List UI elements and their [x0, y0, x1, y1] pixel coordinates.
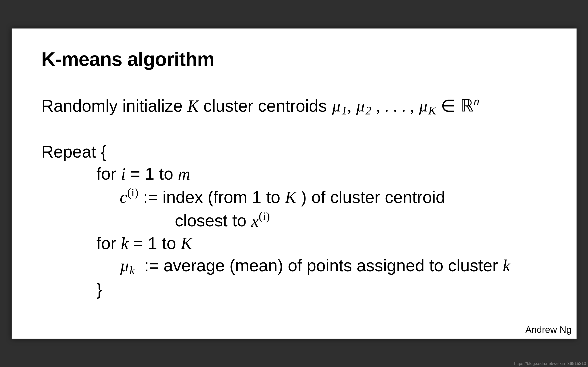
text-of-cluster-centroid: ) of cluster centroid — [296, 188, 445, 206]
assign-c-line: c(i) := index (from 1 to K ) of cluster … — [41, 185, 547, 208]
text-eq-1-to: = 1 to — [125, 164, 178, 183]
sym-k: k — [121, 234, 128, 252]
sym-K-loop: K — [181, 234, 192, 252]
sym-mu1: µ1 — [331, 96, 347, 115]
text-assign: := — [143, 188, 162, 206]
text-index-from: index (from 1 to — [162, 188, 285, 206]
sym-dots: , . . . , — [376, 96, 418, 115]
sym-Rn: ℝn — [460, 96, 479, 115]
slide-content: K-means algorithm Randomly initialize K … — [41, 48, 547, 300]
assign-mu-line: µk := average (mean) of points assigned … — [41, 254, 547, 278]
attribution: Andrew Ng — [525, 324, 571, 335]
text-cluster-centroids: cluster centroids — [203, 96, 331, 115]
text-average: average (mean) of points assigned to clu… — [163, 256, 502, 275]
sym-in: ∈ — [441, 96, 460, 115]
sym-muK: µK — [418, 96, 436, 115]
slide-title: K-means algorithm — [41, 48, 547, 70]
repeat-open: Repeat { — [41, 140, 547, 162]
sym-i: i — [121, 164, 126, 183]
sym-k-end: k — [502, 256, 510, 275]
sym-K-inline: K — [285, 188, 296, 207]
sym-K: K — [187, 96, 199, 115]
slide: K-means algorithm Randomly initialize K … — [11, 28, 576, 339]
sym-mu2: µ2 — [355, 96, 371, 115]
close-brace: } — [41, 278, 547, 300]
sym-c-i: c(i) — [120, 188, 138, 207]
sym-mu-k: µk — [120, 256, 135, 275]
closest-to-line: closest to x(i) — [41, 208, 547, 232]
viewer-stage: K-means algorithm Randomly initialize K … — [0, 0, 588, 367]
text-for2: for — [96, 234, 121, 252]
for-k-line: for k = 1 to K — [41, 232, 547, 254]
for-i-line: for i = 1 to m — [41, 162, 547, 185]
init-line: Randomly initialize K cluster centroids … — [41, 94, 547, 118]
sym-m: m — [178, 164, 190, 183]
watermark: https://blog.csdn.net/weixin_36815313 — [514, 361, 586, 366]
text-eq-1-to2: = 1 to — [128, 234, 181, 252]
text-for: for — [96, 164, 121, 183]
text-assign2: := — [144, 256, 163, 275]
slide-scale-wrap: K-means algorithm Randomly initialize K … — [11, 28, 576, 339]
text-randomly-initialize: Randomly initialize — [41, 96, 187, 115]
text-closest-to: closest to — [175, 211, 251, 230]
sym-x-i: x(i) — [251, 211, 270, 230]
